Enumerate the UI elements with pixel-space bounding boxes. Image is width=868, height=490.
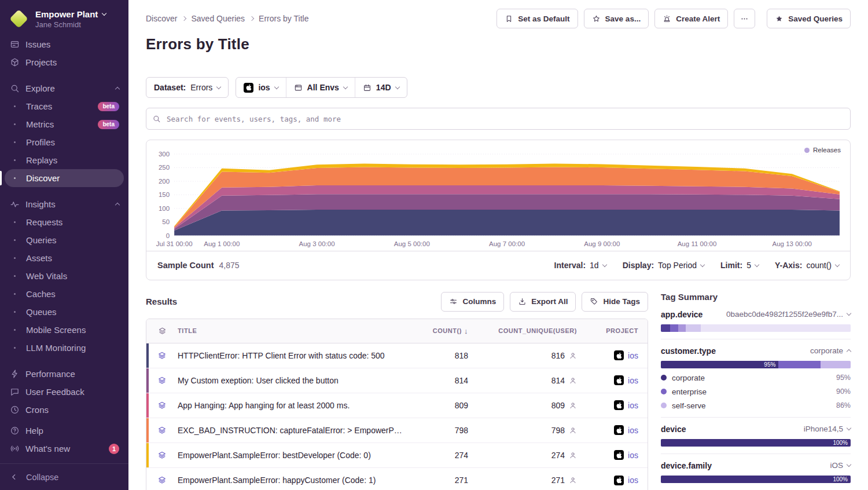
sidebar-item-performance[interactable]: Performance [5, 365, 124, 383]
hide-tags-button[interactable]: Hide Tags [582, 292, 648, 312]
sidebar-item-help[interactable]: Help [5, 422, 124, 440]
tag-value-row[interactable]: enterprise90% [661, 387, 851, 396]
tag-header-customer-type[interactable]: customer.type corporate [661, 346, 851, 356]
tag-value-row[interactable]: self-serve86% [661, 401, 851, 410]
sidebar-item-profiles[interactable]: Profiles [5, 133, 124, 151]
chevron-right-icon [249, 16, 254, 21]
project-link[interactable]: ios [628, 351, 638, 360]
dataset-filter[interactable]: Dataset: Errors [146, 77, 229, 98]
breadcrumb-discover[interactable]: Discover [146, 14, 177, 23]
table-row[interactable]: App Hanging: App hanging for at least 20… [146, 393, 648, 418]
tag-distribution-bar[interactable] [661, 324, 851, 332]
tag-header-device-family[interactable]: device.family iOS [661, 461, 851, 470]
y-axis-control[interactable]: Y-Axis:count() [775, 261, 839, 270]
sidebar-item-queries[interactable]: Queries [5, 231, 124, 249]
chart-panel: Releases 050100150200250300Jul 31 00:00A… [146, 140, 851, 280]
saved-queries-button[interactable]: Saved Queries [767, 9, 851, 28]
results-area: Results ColumnsExport AllHide Tags TITLE… [146, 292, 851, 490]
project-cell[interactable]: ios [584, 450, 648, 460]
display-control[interactable]: Display:Top Period [623, 261, 704, 270]
save-as-button[interactable]: Save as... [584, 9, 649, 28]
sidebar-item-assets[interactable]: Assets [5, 249, 124, 267]
table-row[interactable]: EXC_BAD_INSTRUCTION: captureFatalError: … [146, 418, 648, 443]
tag-distribution-bar[interactable]: 95% [661, 361, 851, 368]
project-link[interactable]: ios [628, 451, 638, 460]
tag-header-app-device[interactable]: app.device 0baebc0de4982f1255f2e9e9fb7..… [661, 310, 851, 319]
table-row[interactable]: EmpowerPlant.SampleError: bestDeveloper … [146, 443, 648, 468]
series-color-bar [146, 418, 149, 443]
event-title[interactable]: My Custom exeption: User clicked the but… [178, 376, 410, 385]
org-switcher[interactable]: Empower Plant Jane Schmidt [0, 7, 128, 33]
sidebar-item-crons[interactable]: Crons [5, 401, 124, 419]
environment-filter[interactable]: All Envs [286, 78, 355, 97]
search-bar [146, 108, 851, 130]
create-alert-button[interactable]: Create Alert [654, 9, 728, 28]
event-title[interactable]: EmpowerPlant.SampleError: happyCustomer … [178, 476, 410, 485]
columns-button[interactable]: Columns [441, 292, 504, 312]
sidebar-section-insights[interactable]: Insights [5, 195, 124, 213]
tag-distribution-bar[interactable]: 100% [661, 476, 851, 483]
user-icon [569, 451, 577, 459]
sidebar-item-discover[interactable]: Discover [5, 169, 124, 187]
event-title[interactable]: EmpowerPlant.SampleError: bestDeveloper … [178, 451, 410, 460]
table-row[interactable]: EmpowerPlant.SampleError: happyCustomer … [146, 468, 648, 490]
table-row[interactable]: HTTPClientError: HTTP Client Error with … [146, 343, 648, 368]
sidebar-section-explore[interactable]: Explore [5, 79, 124, 97]
column-project[interactable]: PROJECT [584, 327, 648, 334]
chevron-down-icon [755, 262, 759, 266]
interval-control[interactable]: Interval:1d [554, 261, 606, 270]
date-range-filter[interactable]: 14D [355, 78, 407, 97]
sidebar-item-user-feedback[interactable]: User Feedback [5, 383, 124, 401]
sidebar-item-requests[interactable]: Requests [5, 213, 124, 231]
event-title[interactable]: EXC_BAD_INSTRUCTION: captureFatalError: … [178, 426, 410, 435]
sidebar-item-traces[interactable]: Tracesbeta [5, 97, 124, 115]
search-input[interactable] [146, 108, 851, 130]
event-title[interactable]: App Hanging: App hanging for at least 20… [178, 401, 410, 410]
set-as-default-button[interactable]: Set as Default [496, 9, 578, 28]
siren-icon [663, 14, 671, 23]
sidebar-item-what-s-new[interactable]: What's new1 [5, 440, 124, 458]
broadcast-icon [9, 444, 20, 454]
tag-distribution-bar[interactable]: 100% [661, 439, 851, 447]
environment-value: All Envs [307, 83, 339, 92]
event-title[interactable]: HTTPClientError: HTTP Client Error with … [178, 351, 410, 360]
limit-control[interactable]: Limit:5 [720, 261, 759, 270]
project-cell[interactable]: ios [584, 350, 648, 360]
project-cell[interactable]: ios [584, 375, 648, 385]
sidebar-item-caches[interactable]: Caches [5, 285, 124, 303]
chart-legend[interactable]: Releases [804, 147, 841, 153]
chevron-down-icon [847, 426, 851, 430]
export-all-button[interactable]: Export All [510, 292, 576, 312]
collapse-button[interactable]: Collapse [0, 463, 128, 490]
column-count-unique[interactable]: COUNT_UNIQUE(USER) [474, 327, 584, 334]
project-link[interactable]: ios [628, 426, 638, 435]
user-icon [569, 476, 577, 484]
project-filter[interactable]: ios [236, 78, 285, 97]
sidebar-item-metrics[interactable]: Metricsbeta [5, 115, 124, 133]
chart-controls: Interval:1dDisplay:Top PeriodLimit:5Y-Ax… [554, 261, 839, 270]
more-options-button[interactable] [734, 9, 755, 28]
sidebar-item-queues[interactable]: Queues [5, 303, 124, 321]
column-title[interactable]: TITLE [178, 327, 410, 334]
sidebar-item-llm-monitoring[interactable]: LLM Monitoring [5, 339, 124, 357]
project-cell[interactable]: ios [584, 476, 648, 485]
tag-value-row[interactable]: corporate95% [661, 374, 851, 382]
tag-header-device[interactable]: device iPhone14,5 [661, 425, 851, 434]
project-link[interactable]: ios [628, 401, 638, 410]
project-cell[interactable]: ios [584, 400, 648, 410]
svg-text:Aug 3 00:00: Aug 3 00:00 [299, 240, 335, 247]
sidebar-item-projects[interactable]: Projects [5, 53, 124, 71]
sidebar-item-replays[interactable]: Replays [5, 151, 124, 169]
filter-bar: Dataset: Errors ios All Envs 14D [146, 77, 851, 98]
bullet-dot [14, 275, 16, 277]
sidebar-item-mobile-screens[interactable]: Mobile Screens [5, 321, 124, 339]
results-section: Results ColumnsExport AllHide Tags TITLE… [146, 292, 648, 490]
project-link[interactable]: ios [628, 476, 638, 485]
column-count[interactable]: COUNT()↓ [410, 327, 474, 335]
sidebar-item-web-vitals[interactable]: Web Vitals [5, 267, 124, 285]
project-link[interactable]: ios [628, 376, 638, 385]
breadcrumb-saved-queries[interactable]: Saved Queries [191, 14, 245, 23]
project-cell[interactable]: ios [584, 425, 648, 435]
sidebar-item-issues[interactable]: Issues [5, 35, 124, 53]
table-row[interactable]: My Custom exeption: User clicked the but… [146, 368, 648, 393]
